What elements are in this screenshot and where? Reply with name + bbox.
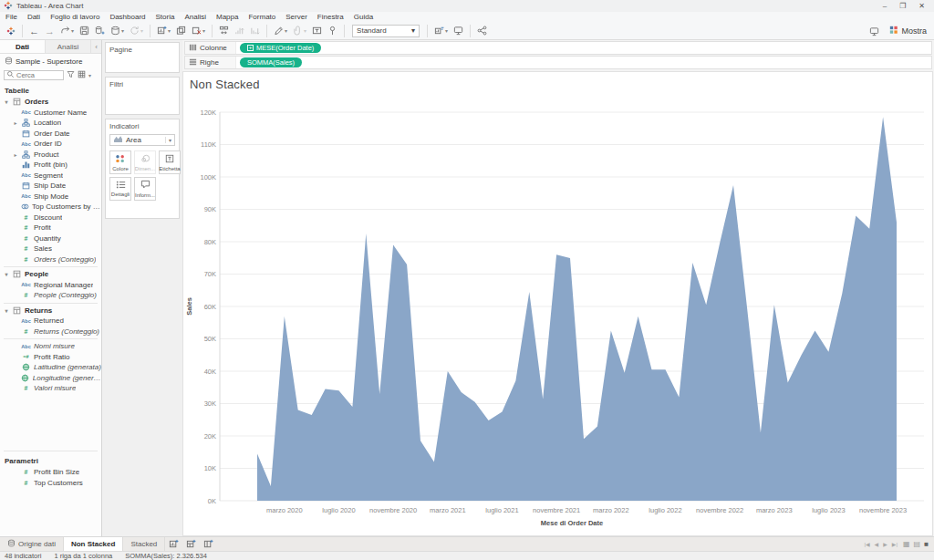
new-worksheet-button[interactable] xyxy=(165,537,182,551)
field-order-date[interactable]: Order Date xyxy=(0,129,101,140)
redo-icon[interactable]: ▾ xyxy=(57,24,77,38)
menu-finestra[interactable]: Finestra xyxy=(317,13,344,21)
clear-sheet-icon[interactable]: ▾ xyxy=(189,24,208,38)
last-sheet-icon[interactable]: ▶| xyxy=(892,541,898,547)
field-nomi-misure[interactable]: AbcNomi misure xyxy=(0,341,101,352)
columns-shelf[interactable]: Colonne + MESE(Order Date) xyxy=(184,41,932,55)
pill-sum-sales[interactable]: SOMMA(Sales) xyxy=(240,57,302,67)
menu-dati[interactable]: Dati xyxy=(27,13,40,21)
field-longitudine-generata[interactable]: Longitudine (generata) xyxy=(0,373,101,384)
mark-button-inform[interactable]: Inform... xyxy=(134,177,156,201)
field-profit-bin[interactable]: Profit (bin) xyxy=(0,160,101,171)
forward-icon[interactable]: → xyxy=(42,24,57,38)
back-icon[interactable]: ← xyxy=(26,24,42,38)
close-button[interactable]: ✕ xyxy=(918,2,925,10)
field-ship-date[interactable]: Ship Date xyxy=(0,181,101,192)
menu-file[interactable]: File xyxy=(5,13,17,21)
new-story-button[interactable] xyxy=(200,537,217,551)
field-top-customers[interactable]: #Top Customers xyxy=(0,478,101,489)
field-ship-mode[interactable]: AbcShip Mode xyxy=(0,192,101,202)
rows-shelf[interactable]: Righe SOMMA(Sales) xyxy=(184,56,932,69)
menu-formato[interactable]: Formato xyxy=(248,13,275,21)
tab-data-source[interactable]: Origine dati xyxy=(0,537,64,551)
menu-dashboard[interactable]: Dashboard xyxy=(109,13,145,21)
minimize-button[interactable]: – xyxy=(883,2,887,10)
highlight-icon[interactable]: ▾ xyxy=(271,24,290,38)
field-top-customers-by-profit[interactable]: Top Customers by Profit xyxy=(0,202,101,213)
field-order-id[interactable]: AbcOrder ID xyxy=(0,139,101,150)
field-profit-ratio[interactable]: =#Profit Ratio xyxy=(0,352,101,363)
text-label-icon[interactable] xyxy=(309,24,325,38)
field-discount[interactable]: #Discount xyxy=(0,213,101,223)
filmstrip-view-icon[interactable]: ▤ xyxy=(914,540,921,548)
mark-type-dropdown[interactable]: Area ▾ xyxy=(109,134,175,146)
expand-caret-icon[interactable]: ▸ xyxy=(13,119,18,126)
field-location[interactable]: ▸Location xyxy=(0,118,101,129)
presentation-icon[interactable] xyxy=(451,24,466,38)
prev-sheet-icon[interactable]: ◀ xyxy=(875,541,879,547)
pill-order-date[interactable]: + MESE(Order Date) xyxy=(240,43,321,53)
mark-button-colore[interactable]: Colore xyxy=(109,150,131,174)
duplicate-icon[interactable] xyxy=(173,24,189,38)
expand-caret-icon[interactable]: ▸ xyxy=(13,151,18,158)
new-datasource-icon[interactable]: ▾ xyxy=(108,24,127,38)
mark-button-etichetta[interactable]: Etichetta xyxy=(159,150,181,174)
field-quantity[interactable]: #Quantity xyxy=(0,233,101,244)
presentation-mode-icon[interactable] xyxy=(867,24,882,38)
pages-shelf[interactable]: Pagine xyxy=(105,42,180,73)
menu-mappa[interactable]: Mappa xyxy=(216,13,238,21)
field-customer-name[interactable]: AbcCustomer Name xyxy=(0,108,101,119)
grid-view-caret-icon[interactable]: ▾ xyxy=(88,72,91,78)
mark-labels-icon[interactable]: ▾ xyxy=(431,24,451,38)
collapse-caret-icon[interactable]: ▾ xyxy=(4,307,9,314)
field-valori-misure[interactable]: #Valori misure xyxy=(0,383,101,394)
new-dashboard-button[interactable] xyxy=(182,537,200,551)
restore-button[interactable]: ❐ xyxy=(899,2,906,10)
menu-server[interactable]: Server xyxy=(285,13,307,21)
swap-axes-icon[interactable] xyxy=(216,24,232,38)
field-product[interactable]: ▸Product xyxy=(0,150,101,161)
grid-view-icon[interactable] xyxy=(78,70,86,80)
sheet-tab-non-stacked[interactable]: Non Stacked xyxy=(64,537,123,551)
filters-shelf[interactable]: Filtri xyxy=(105,77,180,115)
sheet-view-icon[interactable]: ■ xyxy=(924,540,929,548)
save-icon[interactable] xyxy=(77,24,92,38)
field-returned[interactable]: AbcReturned xyxy=(0,316,101,327)
field-segment[interactable]: AbcSegment xyxy=(0,171,101,181)
field-returns-conteggio[interactable]: #Returns (Conteggio) xyxy=(0,327,101,337)
field-orders-conteggio[interactable]: #Orders (Conteggio) xyxy=(0,254,101,265)
field-latitudine-generata[interactable]: Latitudine (generata) xyxy=(0,362,101,373)
add-data-icon[interactable] xyxy=(92,24,108,38)
collapse-pane-icon[interactable]: ‹ xyxy=(91,40,101,53)
tab-data[interactable]: Dati xyxy=(0,40,46,53)
new-worksheet-icon[interactable]: ▾ xyxy=(154,24,173,38)
sales-area-mark[interactable] xyxy=(257,117,897,501)
menu-storia[interactable]: Storia xyxy=(156,13,175,21)
first-sheet-icon[interactable]: |◀ xyxy=(864,541,869,547)
collapse-caret-icon[interactable]: ▾ xyxy=(4,271,9,277)
field-profit-bin-size[interactable]: #Profit Bin Size xyxy=(0,467,101,478)
field-regional-manager[interactable]: AbcRegional Manager xyxy=(0,280,101,291)
datasource-item[interactable]: Sample - Superstore xyxy=(0,54,101,68)
field-profit[interactable]: #Profit xyxy=(0,223,101,233)
show-me-button[interactable]: Mostra xyxy=(889,26,927,36)
grid-view-icon[interactable]: ▦ xyxy=(903,540,910,548)
tab-analytics[interactable]: Analisi xyxy=(46,40,91,53)
menu-foglio-di-lavoro[interactable]: Foglio di lavoro xyxy=(50,13,99,21)
menu-guida[interactable]: Guida xyxy=(354,13,373,21)
share-icon[interactable] xyxy=(474,24,490,38)
table-people[interactable]: ▾People xyxy=(0,269,101,280)
field-people-conteggio[interactable]: #People (Conteggio) xyxy=(0,290,101,301)
tableau-logo-icon[interactable] xyxy=(4,24,18,38)
field-sales[interactable]: #Sales xyxy=(0,244,101,254)
filter-fields-icon[interactable] xyxy=(67,70,75,80)
table-returns[interactable]: ▾Returns xyxy=(0,306,101,316)
sheet-tab-stacked[interactable]: Stacked xyxy=(123,537,165,551)
mark-button-dettagli[interactable]: Dettagli xyxy=(109,177,131,201)
collapse-caret-icon[interactable]: ▾ xyxy=(4,99,9,105)
search-input[interactable] xyxy=(16,71,60,79)
fix-axes-icon[interactable] xyxy=(325,24,340,38)
menu-analisi[interactable]: Analisi xyxy=(184,13,206,21)
view-mode-dropdown[interactable]: Standard▾ xyxy=(352,25,420,37)
next-sheet-icon[interactable]: ▶ xyxy=(883,541,887,547)
